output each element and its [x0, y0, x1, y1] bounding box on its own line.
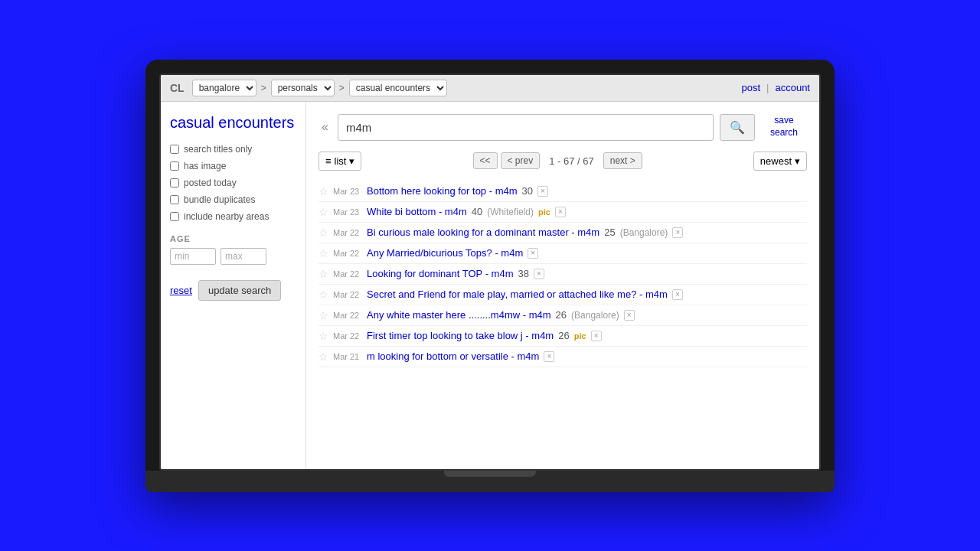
listing-title-8[interactable]: m looking for bottom or versatile - m4m	[367, 350, 539, 362]
listing-date-5: Mar 22	[333, 290, 362, 299]
category1-select[interactable]: personals	[271, 80, 335, 96]
listing-row: ☆ Mar 22 Bi curious male looking for a d…	[318, 223, 807, 243]
breadcrumb-arrow-2: >	[339, 83, 345, 93]
listing-pic-1: pic	[538, 207, 550, 217]
filter-bundle-duplicates-label: bundle duplicates	[184, 194, 255, 205]
filter-posted-today[interactable]: posted today	[170, 178, 296, 188]
filter-search-titles-label: search titles only	[184, 144, 252, 155]
listing-title-0[interactable]: Bottom here looking for top - m4m	[367, 185, 518, 197]
pagination-controls: << < prev 1 - 67 / 67 next >	[473, 152, 642, 169]
listing-row: ☆ Mar 22 Looking for dominant TOP - m4m …	[318, 264, 807, 285]
filter-bundle-duplicates[interactable]: bundle duplicates	[170, 194, 296, 205]
listing-star-5[interactable]: ☆	[318, 289, 328, 301]
search-input[interactable]	[338, 114, 714, 141]
listing-date-3: Mar 22	[333, 249, 362, 258]
sort-select[interactable]: newest ▾	[753, 152, 807, 171]
update-search-button[interactable]: update search	[198, 280, 281, 301]
listing-star-4[interactable]: ☆	[318, 268, 328, 280]
first-page-button[interactable]: <<	[473, 152, 498, 169]
age-min-input[interactable]	[170, 248, 216, 265]
sort-label: newest	[760, 155, 792, 167]
listing-x-6[interactable]: ×	[624, 310, 635, 321]
cl-logo: CL	[170, 82, 185, 94]
listing-star-7[interactable]: ☆	[318, 330, 328, 342]
list-icon: ≡	[325, 155, 332, 167]
listing-title-7[interactable]: First timer top looking to take blow j -…	[367, 330, 554, 341]
filter-has-image-label: has image	[184, 161, 226, 171]
listings-container: ☆ Mar 23 Bottom here looking for top - m…	[318, 181, 807, 367]
listing-star-8[interactable]: ☆	[318, 350, 328, 363]
category2-select[interactable]: casual encounters	[349, 80, 447, 96]
listing-star-3[interactable]: ☆	[318, 247, 328, 259]
prev-page-button[interactable]: < prev	[501, 152, 541, 169]
category1-breadcrumb: personals	[271, 80, 335, 96]
page-info: 1 - 67 / 67	[543, 155, 600, 167]
view-dropdown-icon: ▾	[349, 155, 354, 167]
filter-has-image-checkbox[interactable]	[170, 161, 179, 171]
next-page-button[interactable]: next >	[603, 152, 642, 169]
sidebar: casual encounters search titles only has…	[161, 102, 306, 469]
listing-x-8[interactable]: ×	[544, 351, 554, 362]
sidebar-title: casual encounters	[170, 114, 296, 132]
search-icon: 🔍	[730, 121, 745, 134]
listing-pic-7: pic	[574, 331, 586, 341]
age-max-input[interactable]	[220, 248, 266, 265]
filter-posted-today-label: posted today	[184, 178, 237, 188]
topbar: CL bangalore > personals > casual encoun…	[161, 75, 819, 102]
reset-button[interactable]: reset	[170, 285, 192, 296]
listing-x-3[interactable]: ×	[528, 248, 538, 259]
listing-row: ☆ Mar 22 Secret and Friend for male play…	[318, 285, 807, 305]
listing-x-1[interactable]: ×	[555, 207, 566, 217]
listing-title-6[interactable]: Any white master here ........m4mw - m4m	[367, 309, 551, 321]
results-area: « 🔍 savesearch ≡ list ▾	[306, 102, 819, 469]
listing-date-1: Mar 23	[333, 207, 362, 217]
age-inputs	[170, 248, 296, 265]
listing-date-2: Mar 22	[333, 228, 362, 237]
save-search-button[interactable]: savesearch	[761, 115, 807, 139]
filter-search-titles[interactable]: search titles only	[170, 144, 296, 155]
filter-has-image[interactable]: has image	[170, 161, 296, 171]
search-bar: « 🔍 savesearch	[318, 114, 807, 141]
listing-x-0[interactable]: ×	[537, 186, 548, 197]
listing-age-0: 30	[522, 185, 533, 197]
filter-include-nearby[interactable]: include nearby areas	[170, 211, 296, 222]
listing-row: ☆ Mar 21 m looking for bottom or versati…	[318, 347, 807, 367]
listing-title-5[interactable]: Secret and Friend for male play, married…	[367, 289, 668, 300]
listing-x-7[interactable]: ×	[591, 331, 602, 341]
view-select[interactable]: ≡ list ▾	[318, 152, 361, 171]
listing-x-5[interactable]: ×	[672, 289, 683, 300]
listing-row: ☆ Mar 22 Any white master here ........m…	[318, 305, 807, 326]
listing-title-2[interactable]: Bi curious male looking for a dominant m…	[367, 227, 599, 238]
location-select[interactable]: bangalore	[192, 80, 256, 96]
filter-posted-today-checkbox[interactable]	[170, 178, 179, 187]
listing-star-0[interactable]: ☆	[318, 185, 328, 197]
listing-star-2[interactable]: ☆	[318, 227, 328, 239]
listing-title-4[interactable]: Looking for dominant TOP - m4m	[367, 268, 513, 279]
listing-age-7: 26	[558, 330, 569, 341]
listing-title-1[interactable]: White bi bottom - m4m	[367, 206, 467, 217]
search-button[interactable]: 🔍	[720, 114, 755, 141]
listing-age-6: 26	[556, 309, 567, 321]
listing-star-6[interactable]: ☆	[318, 309, 328, 321]
listing-x-2[interactable]: ×	[672, 227, 683, 238]
listing-age-1: 40	[472, 206, 482, 217]
listing-title-3[interactable]: Any Married/bicurious Tops? - m4m	[367, 247, 523, 259]
filter-bundle-duplicates-checkbox[interactable]	[170, 195, 179, 204]
post-link[interactable]: post	[741, 82, 760, 93]
account-link[interactable]: account	[775, 82, 810, 93]
filter-include-nearby-checkbox[interactable]	[170, 212, 179, 221]
category2-breadcrumb: casual encounters	[349, 80, 447, 96]
sort-dropdown-icon: ▾	[795, 155, 800, 167]
collapse-icon[interactable]: «	[318, 117, 332, 137]
listing-location-6: (Bangalore)	[571, 310, 619, 321]
listing-location-2: (Bangalore)	[620, 227, 668, 238]
listing-date-6: Mar 22	[333, 311, 362, 320]
topbar-divider: |	[766, 82, 769, 93]
view-label: list	[335, 155, 347, 167]
listing-star-1[interactable]: ☆	[318, 206, 328, 218]
listing-row: ☆ Mar 22 Any Married/bicurious Tops? - m…	[318, 243, 807, 264]
view-controls: ≡ list ▾	[318, 152, 361, 171]
location-breadcrumb: bangalore	[192, 80, 256, 96]
filter-search-titles-checkbox[interactable]	[170, 145, 179, 154]
listing-x-4[interactable]: ×	[534, 269, 544, 279]
